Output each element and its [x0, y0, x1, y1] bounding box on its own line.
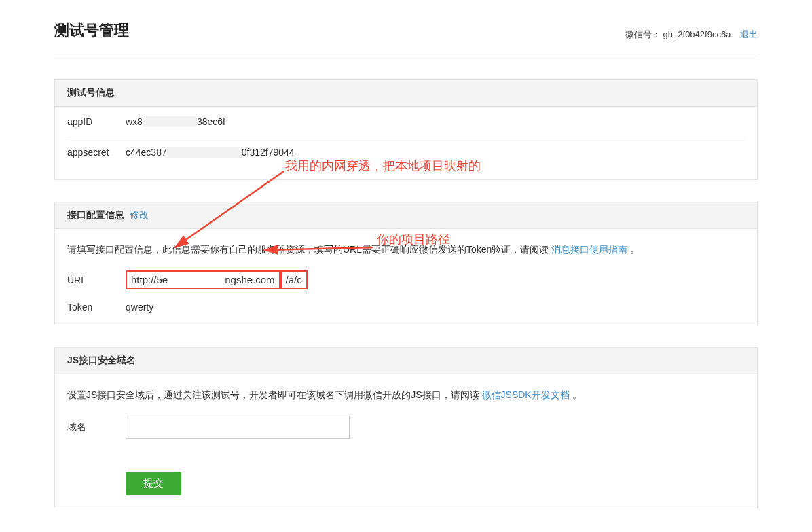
js-desc-text: 设置JS接口安全域后，通过关注该测试号，开发者即可在该域名下调用微信开放的JS接…	[67, 389, 479, 400]
appsecret-label: appsecret	[67, 147, 126, 158]
row-appid: appID wx8 38ec6f	[67, 107, 745, 137]
submit-button[interactable]: 提交	[126, 472, 181, 495]
row-appsecret: appsecret c44ec387 0f312f79044	[67, 137, 745, 167]
appsecret-value: c44ec387 0f312f79044	[126, 147, 295, 158]
js-desc-link[interactable]: 微信JSSDK开发文档	[482, 389, 570, 400]
domain-input[interactable]	[126, 416, 350, 439]
page-header: 测试号管理 微信号： gh_2f0b42f9cc6a 退出	[54, 20, 758, 56]
url-host-prefix: http://5e	[131, 273, 168, 287]
url-box-host: http://5e ngshe.com	[126, 270, 280, 289]
section-interface-header: 接口配置信息 修改	[55, 202, 757, 229]
section-interface-config: 接口配置信息 修改 请填写接口配置信息，此信息需要你有自己的服务器资源，填写的U…	[54, 202, 758, 325]
appid-suffix: 38ec6f	[197, 116, 225, 127]
appid-prefix: wx8	[126, 116, 143, 127]
section-js-domain: JS接口安全域名 设置JS接口安全域后，通过关注该测试号，开发者即可在该域名下调…	[54, 347, 758, 508]
url-host-suffix: ngshe.com	[225, 273, 274, 287]
section-interface-title: 接口配置信息	[67, 209, 124, 220]
wechat-label: 微信号：	[625, 29, 661, 39]
section-test-info-header: 测试号信息	[55, 80, 757, 107]
modify-link[interactable]: 修改	[130, 209, 149, 220]
header-right: 微信号： gh_2f0b42f9cc6a 退出	[625, 29, 758, 41]
appsecret-suffix: 0f312f79044	[242, 147, 295, 158]
page-title: 测试号管理	[54, 20, 129, 41]
row-token: Token qwerty	[67, 302, 745, 313]
section-test-info: 测试号信息 appID wx8 38ec6f appsecret c44ec38…	[54, 79, 758, 180]
js-desc: 设置JS接口安全域后，通过关注该测试号，开发者即可在该域名下调用微信开放的JS接…	[67, 387, 745, 404]
section-js-header: JS接口安全域名	[55, 348, 757, 374]
appsecret-masked	[167, 147, 242, 158]
row-url: URL http://5e ngshe.com /a/c	[67, 270, 745, 289]
js-desc-suffix: 。	[572, 389, 582, 400]
interface-desc-suffix: 。	[630, 244, 640, 255]
appid-value: wx8 38ec6f	[126, 116, 225, 127]
url-label: URL	[67, 274, 126, 285]
interface-desc: 请填写接口配置信息，此信息需要你有自己的服务器资源，填写的URL需要正确响应微信…	[67, 241, 745, 258]
interface-desc-link[interactable]: 消息接口使用指南	[551, 244, 627, 255]
token-label: Token	[67, 302, 126, 313]
url-host-masked	[169, 275, 223, 285]
appid-label: appID	[67, 116, 126, 127]
row-domain: 域名	[67, 416, 745, 439]
url-box-path: /a/c	[280, 270, 308, 289]
url-value: http://5e ngshe.com /a/c	[126, 270, 308, 289]
appsecret-prefix: c44ec387	[126, 147, 167, 158]
domain-label: 域名	[67, 421, 126, 433]
wechat-id: gh_2f0b42f9cc6a	[663, 29, 731, 39]
logout-link[interactable]: 退出	[740, 29, 758, 39]
interface-desc-text: 请填写接口配置信息，此信息需要你有自己的服务器资源，填写的URL需要正确响应微信…	[67, 244, 549, 255]
appid-masked	[143, 116, 197, 127]
token-value: qwerty	[126, 302, 153, 313]
